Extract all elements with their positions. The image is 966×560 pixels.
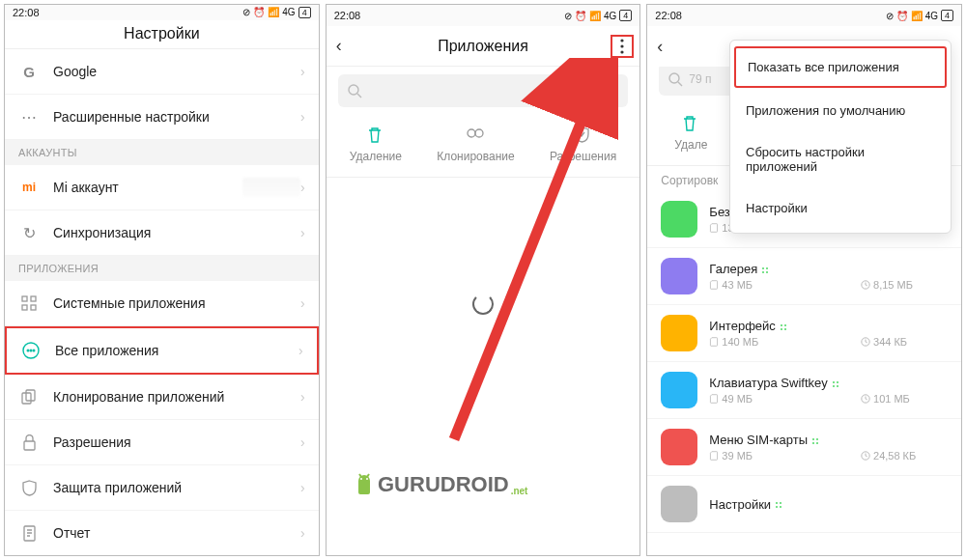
svg-point-6 <box>30 350 32 351</box>
app-cache: 8,15 МБ <box>861 279 948 291</box>
clone-icon <box>18 386 40 407</box>
row-label: Mi аккаунт <box>53 180 242 195</box>
dropdown-show-all[interactable]: Показать все приложения <box>734 46 947 88</box>
dropdown-settings[interactable]: Настройки <box>730 187 951 229</box>
chip-delete[interactable]: Удале <box>674 115 707 152</box>
svg-point-15 <box>349 85 358 95</box>
chip-clone[interactable]: Клонирование <box>437 126 514 163</box>
signal-icon: 📶 <box>268 7 279 17</box>
titlebar-settings: Настройки <box>5 20 319 49</box>
status-time: 22:08 <box>655 10 682 21</box>
svg-point-36 <box>833 385 835 387</box>
phone-apps-list: 22:08 ⊘ ⏰ 📶 4G 4 ‹ 79 п Удале Сортировк … <box>646 4 962 556</box>
app-meta: 49 МБ 101 МБ <box>709 393 948 405</box>
svg-point-34 <box>833 381 835 383</box>
row-label: Отчет <box>53 525 300 541</box>
row-label: Google <box>53 64 300 79</box>
network-label: 4G <box>925 11 938 21</box>
row-label: Разрешения <box>53 434 300 450</box>
app-meta: 39 МБ 24,58 КБ <box>709 450 948 462</box>
app-icon <box>661 315 697 351</box>
app-size: 140 МБ <box>709 336 861 348</box>
search-input[interactable] <box>338 74 629 107</box>
svg-point-44 <box>776 502 778 504</box>
chip-permissions[interactable]: Разрешения <box>550 126 616 163</box>
row-sync[interactable]: ↻ Синхронизация › <box>5 210 319 256</box>
statusbar: 22:08 ⊘ ⏰ 📶 4G 4 <box>647 5 961 26</box>
status-indicators: ⊘ ⏰ 📶 4G 4 <box>242 7 310 18</box>
action-bar: Удаление Клонирование Разрешения <box>327 115 640 178</box>
trash-icon <box>682 115 699 132</box>
row-google[interactable]: G Google › <box>5 49 319 95</box>
svg-point-14 <box>621 50 624 53</box>
grid-icon <box>18 293 40 314</box>
svg-rect-3 <box>31 305 36 310</box>
app-icon <box>661 486 697 522</box>
app-row[interactable]: Галерея 43 МБ 8,15 МБ <box>647 248 961 305</box>
report-icon <box>18 522 40 544</box>
chip-delete[interactable]: Удаление <box>350 126 402 163</box>
page-title: Настройки <box>124 25 199 42</box>
chip-label: Разрешения <box>550 150 616 163</box>
back-button[interactable]: ‹ <box>336 36 342 56</box>
chevron-right-icon: › <box>300 389 305 405</box>
svg-rect-1 <box>31 296 36 301</box>
titlebar-apps: ‹ Приложения <box>327 26 640 67</box>
svg-point-37 <box>837 385 838 387</box>
network-label: 4G <box>282 7 295 17</box>
row-report[interactable]: Отчет › <box>5 511 319 555</box>
overflow-menu-button[interactable] <box>611 35 634 58</box>
phone-apps: 22:08 ⊘ ⏰ 📶 4G 4 ‹ Приложения Удаление <box>326 4 641 556</box>
app-row[interactable]: Клавиатура Swiftkey 49 МБ 101 МБ <box>647 362 961 419</box>
app-name: Клавиатура Swiftkey <box>709 376 948 390</box>
phone-settings: 22:08 ⊘ ⏰ 📶 4G 4 Настройки G Google › ⋯ … <box>4 4 320 556</box>
chevron-right-icon: › <box>300 295 305 311</box>
lock-icon <box>18 432 40 453</box>
row-label: Синхронизация <box>53 225 300 240</box>
svg-point-40 <box>816 438 818 440</box>
svg-rect-0 <box>22 296 27 301</box>
chevron-right-icon: › <box>300 64 305 79</box>
back-button[interactable]: ‹ <box>657 37 663 57</box>
statusbar: 22:08 ⊘ ⏰ 📶 4G 4 <box>5 5 319 20</box>
battery-icon: 4 <box>941 10 953 21</box>
dropdown-default-apps[interactable]: Приложения по умолчанию <box>730 90 951 131</box>
overflow-dropdown: Показать все приложения Приложения по ум… <box>729 40 952 234</box>
row-permissions[interactable]: Разрешения › <box>5 420 319 465</box>
all-apps-icon <box>20 340 42 361</box>
google-icon: G <box>18 61 40 82</box>
svg-point-46 <box>776 506 778 508</box>
network-label: 4G <box>604 11 616 21</box>
app-size: 39 МБ <box>709 450 861 462</box>
svg-rect-2 <box>22 305 27 310</box>
row-system-apps[interactable]: Системные приложения › <box>5 281 319 326</box>
row-label: Системные приложения <box>53 295 300 311</box>
svg-point-29 <box>781 324 782 326</box>
dropdown-reset[interactable]: Сбросить настройки приложений <box>730 131 951 187</box>
app-row[interactable]: Интерфейс 140 МБ 344 КБ <box>647 305 961 362</box>
dnd-icon: ⊘ <box>564 11 572 21</box>
row-label: Все приложения <box>55 343 298 358</box>
status-time: 22:08 <box>13 7 40 18</box>
svg-point-25 <box>766 267 768 269</box>
row-all-apps[interactable]: Все приложения › <box>5 326 319 375</box>
svg-point-16 <box>468 129 475 137</box>
app-icon <box>661 429 697 465</box>
chip-label: Клонирование <box>437 150 514 163</box>
app-row[interactable]: Настройки <box>647 476 961 533</box>
row-advanced-settings[interactable]: ⋯ Расширенные настройки › <box>5 95 319 140</box>
signal-icon: 📶 <box>911 11 923 21</box>
app-row[interactable]: Меню SIM-карты 39 МБ 24,58 КБ <box>647 419 961 476</box>
svg-point-18 <box>669 73 679 83</box>
clone-icon <box>467 126 484 144</box>
chevron-right-icon: › <box>300 525 305 541</box>
row-label: Расширенные настройки <box>53 109 300 125</box>
row-mi-account[interactable]: mi Mi аккаунт › <box>5 165 319 210</box>
app-name: Меню SIM-карты <box>709 433 948 447</box>
row-cloning[interactable]: Клонирование приложений › <box>5 375 319 420</box>
svg-point-35 <box>837 381 838 383</box>
app-cache: 344 КБ <box>861 336 948 348</box>
page-title: Приложения <box>438 38 528 55</box>
row-label: Клонирование приложений <box>53 389 300 405</box>
row-app-protection[interactable]: Защита приложений › <box>5 465 319 511</box>
